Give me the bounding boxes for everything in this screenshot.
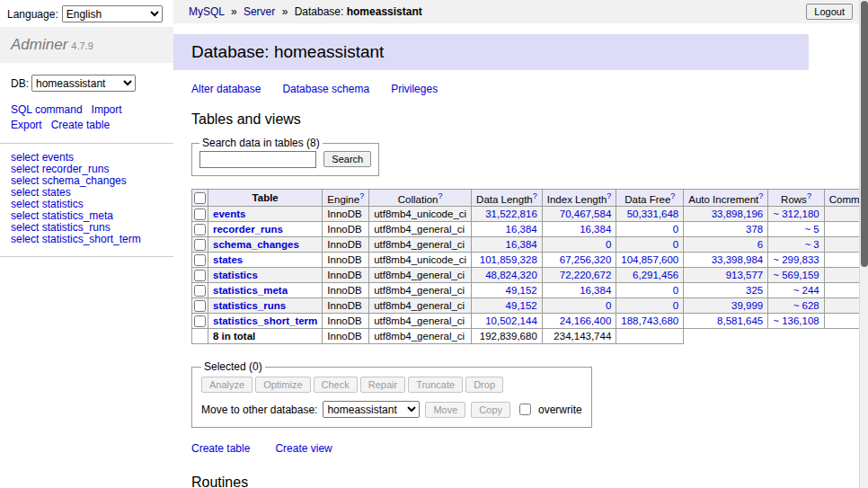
create-link[interactable]: Create view <box>275 442 332 455</box>
selected-action-button[interactable]: Drop <box>465 377 503 393</box>
engine-cell: InnoDB <box>323 298 369 314</box>
data-free-link[interactable]: 0 <box>673 285 678 296</box>
move-button[interactable]: Move <box>425 402 465 418</box>
rows-count-link[interactable]: ~ 569,159 <box>773 270 819 280</box>
copy-button[interactable]: Copy <box>471 402 510 418</box>
row-checkbox[interactable] <box>194 209 206 220</box>
rows-count-link[interactable]: ~ 136,108 <box>773 315 819 326</box>
row-checkbox[interactable] <box>194 285 206 297</box>
table-name-link[interactable]: schema_changes <box>213 239 299 250</box>
auto-increment-cell: 325 <box>684 283 768 298</box>
search-button[interactable]: Search <box>323 151 371 167</box>
row-checkbox[interactable] <box>194 239 206 251</box>
auto-increment-link[interactable]: 913,577 <box>726 270 764 280</box>
auto-increment-link[interactable]: 33,398,984 <box>712 254 764 265</box>
help-icon[interactable]: ? <box>807 191 811 200</box>
selected-action-button[interactable]: Optimize <box>255 377 310 393</box>
help-icon[interactable]: ? <box>533 191 537 200</box>
sidebar-table-link[interactable]: select statistics_short_term <box>11 234 163 245</box>
row-checkbox[interactable] <box>194 300 206 312</box>
data-length-link[interactable]: 10,502,144 <box>485 315 537 326</box>
rows-count-link[interactable]: ~ 312,180 <box>773 209 819 219</box>
column-header-engine: Engine? <box>323 190 369 207</box>
sidebar-action-link[interactable]: Create table <box>51 118 110 133</box>
data-free-link[interactable]: 0 <box>673 300 678 311</box>
help-icon[interactable]: ? <box>438 191 442 200</box>
data-length-link[interactable]: 48,824,320 <box>485 270 537 280</box>
db-select[interactable]: homeassistant <box>31 75 136 92</box>
sidebar-action-link[interactable]: Import <box>92 102 122 118</box>
index-length-link[interactable]: 0 <box>606 300 611 311</box>
rows-count-cell: ~ 628 <box>768 298 824 314</box>
language-select[interactable]: English <box>62 5 163 22</box>
data-free-link[interactable]: 188,743,680 <box>621 315 678 326</box>
data-free-link[interactable]: 0 <box>673 239 678 250</box>
index-length-link[interactable]: 24,166,400 <box>560 315 612 326</box>
auto-increment-link[interactable]: 8,581,645 <box>717 315 763 326</box>
help-icon[interactable]: ? <box>670 191 675 200</box>
selected-action-button[interactable]: Check <box>314 377 358 393</box>
selected-action-button[interactable]: Analyze <box>201 377 252 393</box>
help-icon[interactable]: ? <box>758 191 763 200</box>
breadcrumb-link-server[interactable]: Server <box>244 5 275 18</box>
index-length-link[interactable]: 72,220,672 <box>560 270 612 280</box>
rows-count-link[interactable]: ~ 3 <box>804 239 819 250</box>
data-free-link[interactable]: 0 <box>673 224 678 235</box>
sidebar-action-link[interactable]: SQL command <box>11 102 83 118</box>
total-name-cell: 8 in total <box>208 329 323 344</box>
auto-increment-link[interactable]: 325 <box>746 285 763 296</box>
index-length-link[interactable]: 0 <box>606 239 611 250</box>
auto-increment-link[interactable]: 33,898,196 <box>712 209 764 219</box>
app-logo[interactable]: Adminer <box>11 36 67 53</box>
table-name-link[interactable]: statistics_meta <box>213 285 288 296</box>
table-name-link[interactable]: states <box>213 254 243 265</box>
table-name-link[interactable]: recorder_runs <box>213 224 283 235</box>
select-all-checkbox[interactable] <box>194 192 206 204</box>
engine-cell: InnoDB <box>323 268 369 283</box>
rows-count-link[interactable]: ~ 299,833 <box>773 254 819 265</box>
auto-increment-link[interactable]: 6 <box>757 239 763 250</box>
scrollbar-thumb[interactable] <box>861 1 868 267</box>
table-name-link[interactable]: statistics_runs <box>213 300 286 311</box>
sidebar-action-link[interactable]: Export <box>11 118 42 133</box>
data-free-link[interactable]: 50,331,648 <box>627 209 679 219</box>
data-length-link[interactable]: 31,522,816 <box>485 209 537 219</box>
row-checkbox[interactable] <box>194 224 206 235</box>
table-name-link[interactable]: statistics <box>213 270 258 280</box>
data-free-link[interactable]: 6,291,456 <box>633 270 678 280</box>
data-free-link[interactable]: 104,857,600 <box>621 254 678 265</box>
search-input[interactable] <box>199 151 316 168</box>
table-name-link[interactable]: statistics_short_term <box>213 315 317 326</box>
selected-action-button[interactable]: Repair <box>360 377 405 393</box>
index-length-link[interactable]: 70,467,584 <box>560 209 612 219</box>
move-database-select[interactable]: homeassistant <box>323 401 420 418</box>
data-length-link[interactable]: 49,152 <box>506 285 537 296</box>
auto-increment-link[interactable]: 378 <box>746 224 763 235</box>
data-length-link[interactable]: 16,384 <box>506 224 537 235</box>
data-length-link[interactable]: 16,384 <box>506 239 537 250</box>
rows-count-link[interactable]: ~ 5 <box>804 224 819 235</box>
rows-count-link[interactable]: ~ 628 <box>793 300 819 311</box>
index-length-link[interactable]: 67,256,320 <box>560 254 612 265</box>
breadcrumb-link-mysql[interactable]: MySQL <box>189 5 225 18</box>
selected-action-button[interactable]: Truncate <box>408 377 463 393</box>
row-checkbox[interactable] <box>194 254 206 266</box>
rows-count-link[interactable]: ~ 244 <box>793 285 819 296</box>
help-icon[interactable]: ? <box>607 191 611 200</box>
data-length-link[interactable]: 101,859,328 <box>480 254 537 265</box>
help-icon[interactable]: ? <box>359 191 364 200</box>
db-action-link[interactable]: Alter database <box>191 83 261 95</box>
db-action-link[interactable]: Database schema <box>282 83 369 95</box>
overwrite-checkbox[interactable] <box>519 404 531 415</box>
index-length-link[interactable]: 16,384 <box>580 285 611 296</box>
row-checkbox[interactable] <box>194 270 206 281</box>
data-length-link[interactable]: 49,152 <box>506 300 537 311</box>
vertical-scrollbar[interactable] <box>859 0 868 488</box>
row-checkbox[interactable] <box>194 315 206 327</box>
logout-button[interactable]: Logout <box>806 4 853 20</box>
db-action-link[interactable]: Privileges <box>391 83 438 95</box>
auto-increment-link[interactable]: 39,999 <box>731 300 763 311</box>
create-link[interactable]: Create table <box>191 442 250 455</box>
index-length-link[interactable]: 16,384 <box>580 224 611 235</box>
table-name-link[interactable]: events <box>213 209 245 219</box>
